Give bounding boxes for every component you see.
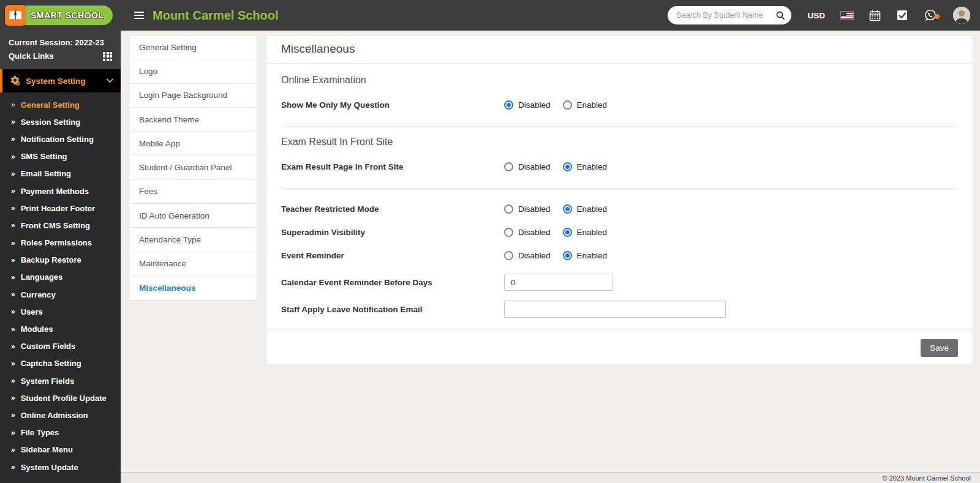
page-school-title: Mount Carmel School bbox=[153, 9, 279, 23]
tab-id-auto-generation[interactable]: ID Auto Generation bbox=[129, 204, 257, 228]
radio-disabled[interactable] bbox=[504, 228, 513, 237]
radio-enabled-label: Enabled bbox=[577, 228, 608, 237]
radio-enabled[interactable] bbox=[563, 162, 572, 171]
sidebar-item-notification-setting[interactable]: »Notification Setting bbox=[0, 130, 121, 148]
grid-icon bbox=[103, 52, 112, 61]
tab-mobile-app[interactable]: Mobile App bbox=[129, 132, 257, 155]
todo-check-icon[interactable] bbox=[897, 10, 908, 21]
sidebar-item-roles-permissions[interactable]: »Roles Permissions bbox=[0, 234, 121, 252]
radio-disabled-label: Disabled bbox=[518, 251, 551, 260]
sidebar-item-student-profile-update[interactable]: »Student Profile Update bbox=[0, 389, 121, 406]
form-row-show-me-only-my-question: Show Me Only My Question Disabled Enable… bbox=[281, 93, 958, 116]
chevrons-icon: » bbox=[11, 256, 15, 264]
radio-disabled[interactable] bbox=[504, 251, 513, 260]
chevrons-icon: » bbox=[11, 307, 15, 316]
form-row-superadmin-visibility: Superadmin Visibility Disabled Enabled bbox=[281, 220, 958, 244]
sidebar: Current Session: 2022-23 Quick Links Sys… bbox=[0, 31, 121, 483]
save-button[interactable]: Save bbox=[921, 339, 958, 357]
field-label: Superadmin Visibility bbox=[281, 228, 504, 237]
chevrons-icon: » bbox=[11, 100, 15, 109]
panel-title: Miscellaneous bbox=[266, 36, 973, 64]
sidebar-item-modules[interactable]: »Modules bbox=[0, 320, 121, 337]
radio-disabled[interactable] bbox=[504, 162, 513, 171]
radio-disabled-label: Disabled bbox=[518, 204, 551, 214]
tab-attendance-type[interactable]: Attendance Type bbox=[129, 228, 257, 252]
radio-disabled[interactable] bbox=[504, 204, 513, 214]
chevrons-icon: » bbox=[11, 170, 15, 178]
tab-maintenance[interactable]: Maintenance bbox=[129, 252, 257, 276]
radio-disabled-label: Disabled bbox=[518, 228, 551, 237]
chevrons-icon: » bbox=[11, 152, 15, 161]
sidebar-item-label: System Update bbox=[21, 463, 78, 472]
current-session-label: Current Session: 2022-23 bbox=[9, 36, 112, 50]
sidebar-item-file-types[interactable]: »File Types bbox=[0, 424, 121, 441]
search-input[interactable] bbox=[676, 11, 775, 20]
sidebar-item-label: Backup Restore bbox=[21, 255, 81, 264]
sidebar-item-general-setting[interactable]: »General Setting bbox=[0, 96, 121, 113]
radio-group: Disabled Enabled bbox=[504, 100, 614, 110]
sidebar-item-languages[interactable]: »Languages bbox=[0, 269, 121, 286]
sidebar-item-system-fields[interactable]: »System Fields bbox=[0, 372, 121, 389]
menu-toggle-icon[interactable] bbox=[134, 12, 144, 19]
chevrons-icon: » bbox=[11, 394, 15, 402]
sidebar-item-custom-fields[interactable]: »Custom Fields bbox=[0, 338, 121, 355]
sidebar-menu-title: System Setting bbox=[26, 77, 107, 86]
radio-enabled[interactable] bbox=[563, 228, 572, 237]
user-avatar[interactable] bbox=[953, 7, 970, 24]
tab-logo[interactable]: Logo bbox=[129, 59, 257, 83]
calendar-reminder-days-input[interactable] bbox=[504, 274, 613, 291]
sidebar-item-label: Languages bbox=[21, 272, 63, 282]
chevron-down-icon bbox=[107, 78, 113, 83]
field-label: Exam Result Page In Front Site bbox=[281, 162, 504, 171]
chevrons-icon: » bbox=[11, 359, 15, 368]
tab-student-guardian-panel[interactable]: Student / Guardian Panel bbox=[129, 155, 257, 179]
field-label: Calendar Event Reminder Before Days bbox=[281, 278, 504, 287]
radio-group: Disabled Enabled bbox=[504, 204, 614, 214]
chevrons-icon: » bbox=[11, 342, 15, 351]
tab-fees[interactable]: Fees bbox=[129, 180, 257, 204]
app-logo[interactable]: SMART SCHOOL bbox=[0, 0, 121, 31]
sidebar-item-print-header-footer[interactable]: »Print Header Footer bbox=[0, 200, 121, 217]
settings-tabs-card: General Setting Logo Login Page Backgrou… bbox=[129, 35, 257, 301]
sidebar-item-label: System Fields bbox=[21, 376, 74, 386]
sidebar-item-email-setting[interactable]: »Email Setting bbox=[0, 165, 121, 182]
radio-disabled-label: Disabled bbox=[518, 162, 551, 171]
sidebar-item-backup-restore[interactable]: »Backup Restore bbox=[0, 252, 121, 269]
whatsapp-icon[interactable] bbox=[924, 9, 937, 22]
calendar-icon[interactable] bbox=[869, 10, 881, 21]
sidebar-item-online-admission[interactable]: »Online Admission bbox=[0, 406, 121, 424]
chevrons-icon: » bbox=[11, 204, 15, 212]
radio-enabled[interactable] bbox=[563, 204, 572, 214]
language-flag-icon[interactable] bbox=[841, 12, 853, 20]
section-exam-result-front-site: Exam Result In Front Site bbox=[281, 137, 958, 148]
sidebar-item-currency[interactable]: »Currency bbox=[0, 286, 121, 303]
radio-enabled-label: Enabled bbox=[577, 100, 608, 110]
sidebar-item-system-setting[interactable]: System Setting bbox=[0, 69, 121, 92]
radio-disabled[interactable] bbox=[504, 100, 513, 110]
sidebar-item-captcha-setting[interactable]: »Captcha Setting bbox=[0, 355, 121, 372]
form-row-teacher-restricted-mode: Teacher Restricted Mode Disabled Enabled bbox=[281, 197, 958, 220]
student-search bbox=[668, 6, 791, 24]
tab-miscellaneous[interactable]: Miscellaneous bbox=[129, 276, 257, 300]
search-icon[interactable] bbox=[775, 10, 785, 20]
tab-general-setting[interactable]: General Setting bbox=[129, 36, 257, 59]
sidebar-item-users[interactable]: »Users bbox=[0, 303, 121, 320]
sidebar-item-session-setting[interactable]: »Session Setting bbox=[0, 113, 121, 130]
sidebar-item-sidebar-menu[interactable]: »Sidebar Menu bbox=[0, 441, 121, 459]
form-row-exam-result-page: Exam Result Page In Front Site Disabled … bbox=[281, 155, 958, 178]
staff-leave-notification-email-input[interactable] bbox=[504, 301, 726, 318]
tab-login-page-background[interactable]: Login Page Background bbox=[129, 84, 257, 108]
sidebar-item-front-cms-setting[interactable]: »Front CMS Setting bbox=[0, 217, 121, 234]
sidebar-item-payment-methods[interactable]: »Payment Methods bbox=[0, 182, 121, 200]
page-footer: © 2023 Mount Carmel School bbox=[121, 472, 980, 483]
field-label: Staff Apply Leave Notification Email bbox=[281, 305, 504, 314]
tab-backend-theme[interactable]: Backend Theme bbox=[129, 108, 257, 132]
radio-group: Disabled Enabled bbox=[504, 251, 614, 260]
chevrons-icon: » bbox=[11, 411, 15, 419]
radio-enabled[interactable] bbox=[563, 100, 572, 110]
quick-links[interactable]: Quick Links bbox=[9, 50, 112, 63]
sidebar-item-sms-setting[interactable]: »SMS Setting bbox=[0, 148, 121, 165]
sidebar-item-system-update[interactable]: »System Update bbox=[0, 459, 121, 476]
currency-label[interactable]: USD bbox=[807, 11, 825, 20]
radio-enabled[interactable] bbox=[563, 251, 572, 260]
